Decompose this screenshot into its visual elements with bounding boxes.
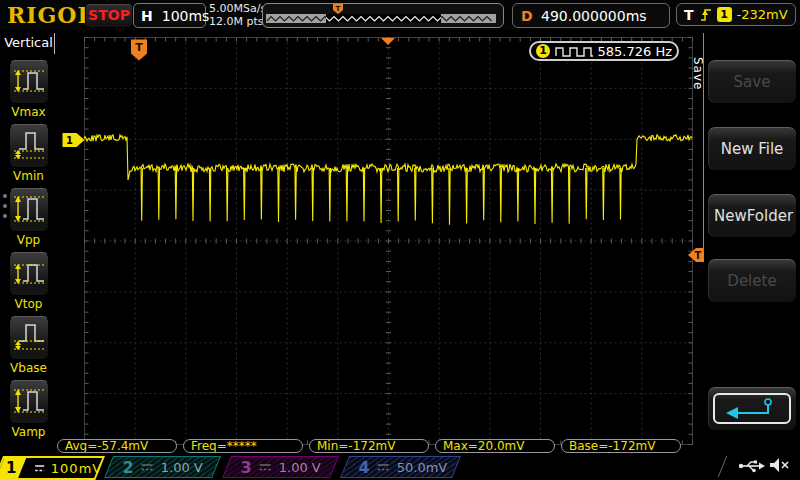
h-label: H — [141, 8, 153, 24]
menu-item-vtop: Vtop — [0, 252, 57, 311]
memory-depth: 12.0M pts — [209, 15, 266, 28]
trigger-status-box: T 1 -232mV — [676, 3, 796, 26]
sample-rate: 5.00MSa/s — [209, 2, 266, 15]
counter-channel-badge: 1 — [536, 44, 550, 58]
dc-coupling-icon — [377, 463, 390, 472]
memory-trigger-marker: T — [333, 4, 343, 14]
vpp-icon — [11, 191, 47, 227]
vmax-icon — [11, 63, 47, 99]
menu-page-dot — [3, 214, 7, 218]
vmax-button[interactable] — [9, 60, 49, 104]
vbase-button[interactable] — [9, 316, 49, 360]
channel1-scale: 100mV — [51, 461, 102, 476]
svg-text:T: T — [695, 250, 702, 261]
usb-icon — [737, 458, 767, 474]
menu-item-vamp: Vamp — [0, 380, 57, 439]
trigger-delay-value: 490.000000ms — [541, 8, 661, 24]
channel1-zero-marker: 1 — [63, 133, 85, 147]
vbase-label: Vbase — [0, 361, 57, 375]
menu-title: Vertical — [0, 35, 57, 50]
measurement-max: Max=20.0mV — [435, 439, 555, 453]
vamp-button[interactable] — [9, 380, 49, 424]
rising-edge-trigger-icon — [699, 7, 712, 22]
graticule-ticks — [85, 38, 693, 445]
d-label: D — [521, 8, 533, 24]
channel1-tab[interactable]: 1 100mV — [0, 456, 105, 480]
frequency-counter-badge: 1 585.726 Hz — [529, 41, 679, 61]
vertical-measure-menu: Vertical Vmax Vmin — [0, 30, 57, 455]
channel3-tab[interactable]: 3 1.00 V — [222, 456, 339, 478]
delete-button[interactable]: Delete — [707, 258, 797, 303]
trigger-delay-box: D 490.000000ms — [512, 3, 670, 28]
dc-coupling-icon — [34, 464, 44, 473]
trigger-level-marker: T — [688, 248, 704, 262]
dc-coupling-icon — [259, 463, 272, 472]
channel4-tab[interactable]: 4 50.0mV — [340, 456, 461, 478]
menu-item-vpp: Vpp — [0, 188, 57, 247]
svg-text:T: T — [336, 5, 341, 13]
vamp-label: Vamp — [0, 425, 57, 439]
trigger-source-badge: 1 — [717, 7, 732, 22]
speaker-muted-icon — [768, 457, 792, 475]
vtop-label: Vtop — [0, 297, 57, 311]
return-arrow-icon — [722, 396, 782, 422]
trigger-level-value: -232mV — [737, 7, 788, 22]
menu-item-vmin: Vmin — [0, 124, 57, 183]
memory-waveform-preview: T — [263, 4, 501, 25]
waveform-display: 1 T T — [0, 0, 800, 480]
top-status-bar: RIGOL STOP H 100ms 5.00MSa/s 12.0M pts T… — [0, 0, 800, 30]
channel4-number: 4 — [359, 458, 370, 477]
vmin-label: Vmin — [0, 169, 57, 183]
right-menu-separator — [703, 33, 704, 253]
vtop-button[interactable] — [9, 252, 49, 296]
measurement-freq: Freq=***** — [183, 439, 303, 453]
menu-item-vmax: Vmax — [0, 60, 57, 119]
memory-center-marker — [381, 38, 395, 45]
vmin-icon — [11, 127, 47, 163]
vpp-button[interactable] — [9, 188, 49, 232]
dc-coupling-icon — [141, 463, 154, 472]
square-wave-icon — [555, 45, 593, 58]
menu-item-vbase: Vbase — [0, 316, 57, 375]
timebase-value: 100ms — [162, 8, 210, 24]
back-button[interactable] — [707, 386, 797, 431]
acquisition-info: 5.00MSa/s 12.0M pts — [209, 2, 266, 28]
measurement-min: Min=-172mV — [309, 439, 429, 453]
oscilloscope-screen: { "brand": {"logo": "RIGOL"}, "top_bar":… — [0, 0, 800, 480]
run-stop-status[interactable]: STOP — [85, 3, 133, 28]
memory-position-bar[interactable]: T — [262, 3, 504, 28]
measurement-avg: Avg=-57.4mV — [57, 439, 177, 453]
channel4-scale: 50.0mV — [397, 460, 448, 475]
vmin-button[interactable] — [9, 124, 49, 168]
rigol-logo: RIGOL — [7, 2, 94, 28]
left-menu-tab-line — [54, 33, 55, 54]
channel2-scale: 1.00 V — [161, 460, 203, 475]
measurement-results-bar: Avg=-57.4mV Freq=***** Min=-172mV Max=20… — [57, 439, 681, 454]
channel2-tab[interactable]: 2 1.00 V — [104, 456, 221, 478]
menu-page-dot — [3, 194, 7, 198]
svg-text:T: T — [135, 41, 143, 54]
t-label: T — [684, 7, 694, 23]
channel-status-bar: 1 100mV 2 1.00 V 3 1.00 V — [0, 455, 800, 480]
channel3-scale: 1.00 V — [279, 460, 321, 475]
new-folder-button[interactable]: NewFolder — [707, 193, 797, 238]
horizontal-timebase-box: H 100ms — [133, 3, 206, 28]
vmax-label: Vmax — [0, 105, 57, 119]
vbase-icon — [11, 319, 47, 355]
measurement-base: Base=-172mV — [561, 439, 681, 453]
vtop-icon — [11, 255, 47, 291]
menu-page-dot — [3, 204, 7, 208]
new-file-button[interactable]: New File — [707, 126, 797, 171]
counter-frequency-value: 585.726 Hz — [598, 44, 673, 59]
trigger-position-marker: T — [131, 40, 147, 61]
vamp-icon — [11, 383, 47, 419]
save-menu: Save Save New File NewFolder Delete — [703, 30, 800, 455]
svg-text:1: 1 — [66, 135, 73, 146]
vpp-label: Vpp — [0, 233, 57, 247]
channel3-number: 3 — [241, 458, 252, 477]
channel2-number: 2 — [123, 458, 134, 477]
save-button[interactable]: Save — [707, 59, 797, 104]
